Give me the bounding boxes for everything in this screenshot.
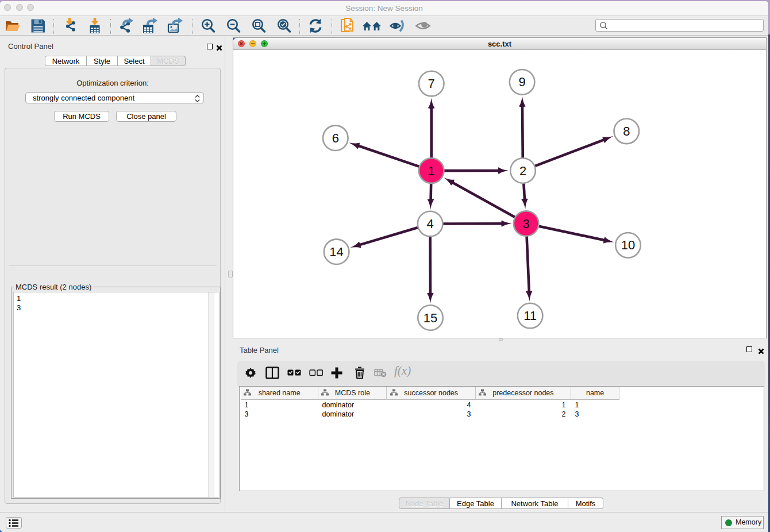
svg-text:9: 9 [518, 75, 525, 89]
svg-text:15: 15 [424, 311, 437, 325]
svg-text:7: 7 [428, 76, 435, 91]
svg-text:4: 4 [426, 217, 433, 231]
svg-text:2: 2 [519, 164, 526, 178]
svg-text:6: 6 [332, 131, 339, 145]
svg-text:1: 1 [428, 164, 435, 178]
svg-text:8: 8 [623, 124, 630, 138]
svg-text:14: 14 [329, 245, 343, 259]
svg-text:11: 11 [523, 309, 537, 323]
svg-text:3: 3 [522, 217, 529, 231]
svg-text:10: 10 [621, 238, 635, 252]
